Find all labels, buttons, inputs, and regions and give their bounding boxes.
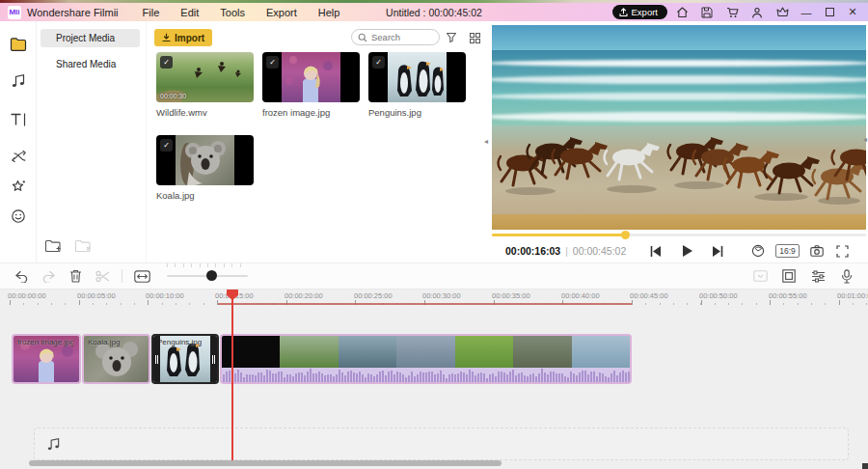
menu-edit[interactable]: Edit <box>172 5 207 20</box>
timeline-zoom-slider[interactable] <box>167 269 248 283</box>
render-preview-button[interactable] <box>749 241 767 261</box>
new-folder-button[interactable] <box>44 238 63 255</box>
fit-timeline-button[interactable] <box>128 265 155 287</box>
search-icon <box>358 33 367 42</box>
titlebar: Mli Wondershare Filmii File Edit Tools E… <box>0 3 868 21</box>
minimize-button[interactable]: — <box>797 5 816 20</box>
sidebar-item-transitions[interactable] <box>9 147 28 166</box>
clip-penguins-selected[interactable]: Penguins.jpg <box>151 334 219 384</box>
save-button[interactable] <box>696 5 718 20</box>
media-item-frozen[interactable]: ✓ frozen image.jpg <box>262 52 360 118</box>
account-button[interactable] <box>746 5 768 20</box>
clip-extent-indicator <box>218 303 632 305</box>
play-button[interactable] <box>674 241 699 261</box>
ruler-label: 00:00:05:00 <box>77 291 116 300</box>
menu-help[interactable]: Help <box>310 5 349 20</box>
record-voiceover-button[interactable] <box>833 265 860 287</box>
split-button[interactable] <box>89 265 116 287</box>
menubar: File Edit Tools Export Help <box>134 5 349 20</box>
clip-frozen-image[interactable]: frozen image.jpg <box>12 334 81 384</box>
ruler-label: 00:00:25:00 <box>354 291 393 300</box>
download-icon <box>162 33 171 42</box>
fullscreen-button[interactable] <box>834 241 852 261</box>
preview-seekbar[interactable] <box>492 232 866 237</box>
window-resize-grip[interactable] <box>862 463 868 469</box>
media-item-penguins[interactable]: ✓ Penguins.jpg <box>368 52 466 118</box>
ruler-label: 00:00:50:00 <box>699 291 738 300</box>
sidebar-item-stickers[interactable] <box>9 207 28 226</box>
music-icon <box>11 73 26 89</box>
media-item-wildlife[interactable]: ✓ 00:00:30 Wildlife.wmv <box>156 52 254 118</box>
app-logo: Mli <box>8 6 21 19</box>
collapse-panel-arrow[interactable]: ◂ <box>484 137 488 146</box>
timeline-horizontal-scrollbar[interactable] <box>29 460 502 466</box>
seek-handle[interactable] <box>621 231 630 239</box>
clip-wildlife-video[interactable] <box>220 334 632 384</box>
filmstrip-thumbnails <box>222 336 630 368</box>
ruler-label: 00:00:45:00 <box>630 291 668 300</box>
ruler-label: 00:01:00:00 <box>837 291 868 300</box>
clip-koala[interactable]: Koala.jpg <box>82 334 150 384</box>
audio-track-placeholder[interactable] <box>34 428 849 460</box>
sidebar-item-effects[interactable] <box>9 177 28 196</box>
import-button[interactable]: Import <box>154 29 212 46</box>
media-item-name: Koala.jpg <box>156 190 254 201</box>
search-box[interactable] <box>351 29 440 45</box>
tab-project-media[interactable]: Project Media <box>41 29 140 47</box>
selected-check-icon: ✓ <box>160 56 173 69</box>
snapshot-button[interactable] <box>808 241 826 261</box>
media-panel: Project Media Shared Media <box>37 21 146 262</box>
ruler-label: 00:00:00:00 <box>8 291 46 300</box>
delete-button[interactable] <box>62 265 89 287</box>
audio-mixer-button[interactable] <box>804 265 831 287</box>
media-item-name: Wildlife.wmv <box>156 107 254 118</box>
sidebar-item-audio[interactable] <box>9 71 28 91</box>
trim-handle-left[interactable] <box>153 336 160 382</box>
zoom-slider-handle[interactable] <box>206 270 217 281</box>
sidebar-item-media[interactable] <box>9 35 28 54</box>
media-item-koala[interactable]: ✓ Koala.jpg <box>156 135 254 201</box>
menu-file[interactable]: File <box>134 5 169 20</box>
previous-frame-button[interactable] <box>643 241 668 261</box>
filmii-window: Mli Wondershare Filmii File Edit Tools E… <box>0 0 868 469</box>
next-frame-button[interactable] <box>705 241 730 261</box>
ruler-label: 00:00:40:00 <box>561 291 600 300</box>
delete-folder-button[interactable] <box>74 238 93 255</box>
player-controls: 00:00:16:03 | 00:00:45:02 16:9 <box>490 239 868 262</box>
sidebar-item-text[interactable] <box>9 110 28 129</box>
wildlife-thumbnail: ✓ 00:00:30 <box>156 52 254 102</box>
menu-tools[interactable]: Tools <box>211 5 254 20</box>
ruler-label: 00:00:20:00 <box>285 291 323 300</box>
export-button[interactable]: Export <box>612 5 667 19</box>
penguins-thumbnail: ✓ <box>368 52 466 102</box>
filter-button[interactable] <box>444 30 459 45</box>
redo-button[interactable] <box>35 265 62 287</box>
clip-duration: 00:00:30 <box>160 93 186 99</box>
media-item-name: Penguins.jpg <box>368 107 466 118</box>
undo-button[interactable] <box>8 265 35 287</box>
collapse-preview-arrow[interactable]: ◂ <box>863 135 867 144</box>
track-manager-button[interactable] <box>746 265 773 287</box>
music-note-icon <box>46 437 61 452</box>
trim-handle-right[interactable] <box>210 336 217 382</box>
share-up-icon <box>619 8 628 17</box>
store-cart-button[interactable] <box>721 5 743 20</box>
home-button[interactable] <box>671 5 692 20</box>
video-preview[interactable] <box>492 25 866 230</box>
playhead-line[interactable] <box>231 290 233 460</box>
menu-export[interactable]: Export <box>258 5 306 20</box>
timeline-area[interactable]: 00:00:00:00 00:00:05:00 00:00:10:00 00:0… <box>0 290 868 469</box>
upgrade-crown-button[interactable] <box>772 5 793 20</box>
aspect-ratio-button[interactable]: 16:9 <box>775 244 800 258</box>
preview-quality-button[interactable] <box>775 265 802 287</box>
close-button[interactable]: ✕ <box>843 5 862 20</box>
maximize-button[interactable] <box>820 5 839 20</box>
frozen-thumbnail: ✓ <box>262 52 360 102</box>
app-name: Wondershare Filmii <box>27 7 119 18</box>
tab-shared-media[interactable]: Shared Media <box>41 55 140 73</box>
search-input[interactable] <box>371 32 429 42</box>
media-library: Import ✓ 00:00:30 Wildlife.wmv <box>146 21 490 262</box>
view-mode-button[interactable] <box>467 30 482 45</box>
current-timecode: 00:00:16:03 <box>505 245 560 257</box>
timeline-ruler[interactable]: 00:00:00:00 00:00:05:00 00:00:10:00 00:0… <box>0 290 868 307</box>
